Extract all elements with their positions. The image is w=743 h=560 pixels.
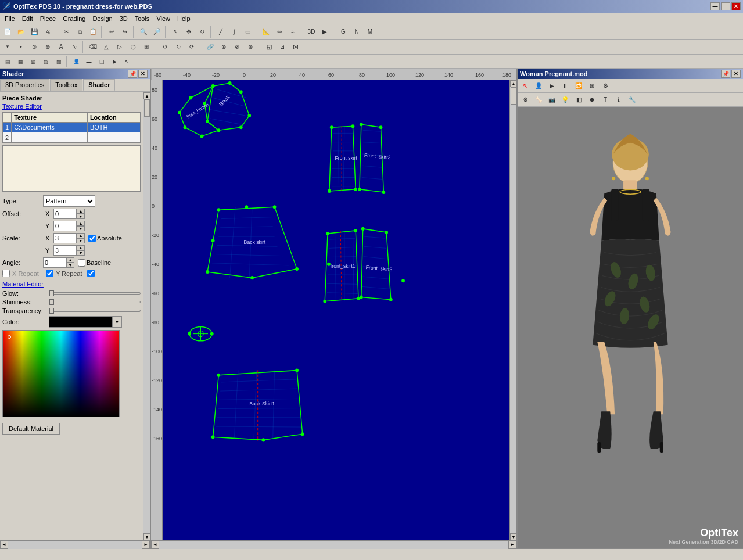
tb-copy[interactable]: ⧉ (73, 26, 86, 38)
tb-zoom-out[interactable]: 🔎 (150, 26, 163, 38)
scale-x-up[interactable]: ▲ (77, 233, 85, 238)
tb-zoom-in[interactable]: 🔍 (137, 26, 150, 38)
3d-tb2-text[interactable]: T (599, 94, 612, 106)
offset-y-input[interactable] (53, 221, 77, 231)
tb-move[interactable]: ✥ (182, 26, 195, 38)
tb2-12[interactable]: ↺ (159, 41, 171, 53)
shader-close-button[interactable]: ✕ (138, 70, 148, 78)
absolute-checkbox-label[interactable]: Absolute (88, 235, 122, 242)
tb-measure[interactable]: 📐 (260, 26, 272, 38)
3d-tb-settings[interactable]: ⚙ (599, 80, 612, 92)
shader-scroll-up[interactable]: ▲ (143, 92, 150, 99)
tb-paste[interactable]: 📋 (87, 26, 99, 38)
tb2-9[interactable]: ▷ (113, 41, 126, 53)
3d-tb2-camera[interactable]: 📷 (545, 94, 558, 106)
texture-row-2[interactable]: 2 (3, 132, 141, 143)
menu-design[interactable]: Design (89, 14, 116, 23)
color-swatch[interactable] (49, 316, 113, 328)
menu-view[interactable]: View (153, 14, 174, 23)
type-select[interactable]: Pattern Solid Gradient (43, 195, 95, 207)
tb-seam[interactable]: ≈ (286, 26, 299, 38)
tb3-9[interactable]: ▶ (108, 55, 121, 68)
menu-3d[interactable]: 3D (116, 14, 131, 23)
tb3-6[interactable]: 👤 (70, 55, 82, 68)
panel-3d-controls[interactable]: 📌 ✕ (721, 70, 741, 78)
texture-editor-link[interactable]: Texture Editor (2, 103, 141, 110)
3d-tb2-mat[interactable]: ◧ (572, 94, 585, 106)
baseline-checkbox[interactable] (78, 259, 85, 267)
3d-tb2-tools[interactable]: 🔧 (626, 94, 638, 106)
tb3-3[interactable]: ▧ (27, 55, 40, 68)
tb2-14[interactable]: ⟳ (185, 41, 198, 53)
3d-tb-play[interactable]: ▶ (545, 80, 558, 92)
tb-grade[interactable]: G (337, 26, 350, 38)
tb2-4[interactable]: ⊕ (41, 41, 54, 53)
tb-open[interactable]: 📂 (15, 26, 27, 38)
tb-3d[interactable]: 3D (305, 26, 318, 38)
tb2-20[interactable]: ⊿ (276, 41, 289, 53)
tb-undo[interactable]: ↩ (105, 26, 118, 38)
3d-tb-grid[interactable]: ⊞ (586, 80, 598, 92)
tb-simulate[interactable]: ▶ (318, 26, 331, 38)
tb-curve[interactable]: ∫ (228, 26, 241, 38)
angle-up[interactable]: ▲ (66, 257, 74, 263)
tb2-8[interactable]: △ (100, 41, 113, 53)
main-canvas[interactable]: Back front_bodice (163, 80, 509, 540)
tb3-1[interactable]: ▤ (1, 55, 14, 68)
canvas-scroll-down[interactable]: ▼ (510, 533, 517, 540)
menu-grading[interactable]: Grading (59, 14, 89, 23)
tb2-10[interactable]: ◌ (127, 41, 139, 53)
panel-3d-canvas[interactable]: OptiTex Next Generation 3D/2D CAD (518, 107, 743, 548)
baseline-checkbox-label[interactable]: Baseline (78, 259, 111, 267)
3d-tb-pause[interactable]: ⏸ (559, 80, 572, 92)
shininess-slider-thumb[interactable] (49, 299, 54, 305)
panel-3d-close[interactable]: ✕ (731, 70, 741, 78)
tb-save[interactable]: 💾 (28, 26, 41, 38)
transparency-slider-thumb[interactable] (49, 308, 54, 314)
tb3-7[interactable]: ▬ (82, 55, 95, 68)
tb2-15[interactable]: 🔗 (204, 41, 217, 53)
menu-file[interactable]: File (1, 14, 19, 23)
glow-slider-track[interactable] (49, 292, 141, 295)
material-editor-link[interactable]: Material Editor (2, 281, 141, 288)
tb-rotate[interactable]: ↻ (196, 26, 209, 38)
tb-line[interactable]: ╱ (214, 26, 227, 38)
tab-shader[interactable]: Shader (83, 79, 115, 91)
y-repeat-checkbox[interactable] (46, 270, 53, 277)
menu-tools[interactable]: Tools (131, 14, 153, 23)
3d-tb-mannequin[interactable]: 👤 (532, 80, 545, 92)
absolute-checkbox[interactable] (88, 235, 96, 242)
offset-y-up[interactable]: ▲ (77, 221, 85, 226)
panel-3d-pin[interactable]: 📌 (721, 70, 730, 78)
x-repeat-checkbox[interactable] (2, 270, 10, 277)
shininess-slider-track[interactable] (49, 301, 141, 303)
color-picker[interactable] (2, 330, 120, 417)
texture-location-1[interactable]: BOTH (87, 123, 140, 132)
default-material-button[interactable]: Default Material (2, 423, 60, 435)
tb-mirror[interactable]: ⇔ (273, 26, 286, 38)
tb2-17[interactable]: ⊘ (231, 41, 243, 53)
tb2-11[interactable]: ⊞ (140, 41, 153, 53)
tb2-16[interactable]: ⊗ (217, 41, 230, 53)
tb-marker[interactable]: M (364, 26, 376, 38)
tb2-6[interactable]: ∿ (68, 41, 81, 53)
tab-toolbox[interactable]: Toolbox (50, 79, 82, 91)
maximize-button[interactable]: □ (721, 2, 730, 10)
offset-x-up[interactable]: ▲ (77, 209, 85, 214)
3d-tb2-info[interactable]: ℹ (612, 94, 625, 106)
canvas-hscroll-right[interactable]: ► (508, 541, 516, 549)
texture-location-2[interactable] (87, 132, 140, 143)
canvas-scroll-up[interactable]: ▲ (510, 80, 517, 87)
texture-path-1[interactable]: C:\Documents (12, 123, 88, 132)
tb-redo[interactable]: ↪ (119, 26, 131, 38)
shader-hscroll-right[interactable]: ► (142, 541, 150, 549)
shader-title-controls[interactable]: 📌 ✕ (128, 70, 148, 78)
y-repeat-extra-checkbox[interactable] (87, 270, 95, 277)
tb2-13[interactable]: ↻ (172, 41, 185, 53)
3d-tb2-1[interactable]: ⚙ (519, 94, 532, 106)
tb-new[interactable]: 📄 (1, 26, 14, 38)
menu-edit[interactable]: Edit (19, 14, 37, 23)
tb3-2[interactable]: ▦ (14, 55, 27, 68)
color-dropdown-button[interactable]: ▼ (113, 316, 122, 328)
offset-x-input[interactable] (53, 209, 77, 219)
